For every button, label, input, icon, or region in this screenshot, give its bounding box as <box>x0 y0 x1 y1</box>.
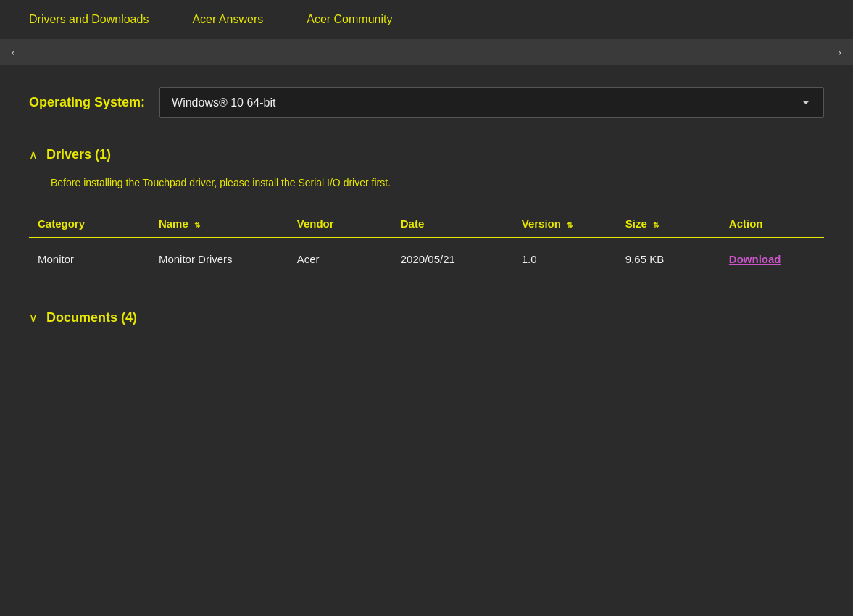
header-size[interactable]: Size ⇅ <box>617 210 720 238</box>
drivers-section-title: Drivers (1) <box>46 147 111 162</box>
header-category: Category <box>29 210 150 238</box>
documents-section-title: Documents (4) <box>46 310 137 325</box>
drivers-section-header: ∧ Drivers (1) <box>29 147 824 162</box>
table-bottom-separator <box>29 280 824 281</box>
row-vendor: Acer <box>288 238 392 280</box>
documents-section: ∨ Documents (4) <box>29 310 824 325</box>
row-size: 9.65 KB <box>617 238 720 280</box>
row-category: Monitor <box>29 238 150 280</box>
documents-section-chevron[interactable]: ∨ <box>29 311 38 325</box>
nav-item-drivers[interactable]: Drivers and Downloads <box>29 13 149 26</box>
header-vendor: Vendor <box>288 210 392 238</box>
row-version: 1.0 <box>513 238 617 280</box>
row-name: Monitor Drivers <box>150 238 288 280</box>
table-header-row: Category Name ⇅ Vendor Date Version ⇅ Si <box>29 210 824 238</box>
scroll-bar: ‹ › <box>0 39 853 65</box>
table-row: Monitor Monitor Drivers Acer 2020/05/21 … <box>29 238 824 280</box>
nav-item-answers[interactable]: Acer Answers <box>192 13 263 26</box>
scroll-left-arrow[interactable]: ‹ <box>12 46 15 58</box>
os-selector-row: Operating System: Windows® 10 64-bit Win… <box>29 87 824 118</box>
os-select-dropdown[interactable]: Windows® 10 64-bit Windows® 10 32-bit Wi… <box>159 87 824 118</box>
main-content: Operating System: Windows® 10 64-bit Win… <box>0 65 853 362</box>
header-name[interactable]: Name ⇅ <box>150 210 288 238</box>
scroll-right-arrow[interactable]: › <box>838 46 841 58</box>
header-version[interactable]: Version ⇅ <box>513 210 617 238</box>
os-label: Operating System: <box>29 95 145 110</box>
top-navigation: Drivers and Downloads Acer Answers Acer … <box>0 0 853 39</box>
download-link[interactable]: Download <box>729 253 781 265</box>
version-sort-icon: ⇅ <box>567 221 573 229</box>
drivers-table: Category Name ⇅ Vendor Date Version ⇅ Si <box>29 210 824 281</box>
size-sort-icon: ⇅ <box>653 221 659 229</box>
drivers-section-chevron[interactable]: ∧ <box>29 148 38 162</box>
header-date: Date <box>392 210 513 238</box>
nav-item-community[interactable]: Acer Community <box>307 13 392 26</box>
drivers-info-text: Before installing the Touchpad driver, p… <box>51 177 824 188</box>
name-sort-icon: ⇅ <box>194 221 200 229</box>
row-date: 2020/05/21 <box>392 238 513 280</box>
documents-section-header: ∨ Documents (4) <box>29 310 824 325</box>
row-action: Download <box>720 238 824 280</box>
header-action: Action <box>720 210 824 238</box>
